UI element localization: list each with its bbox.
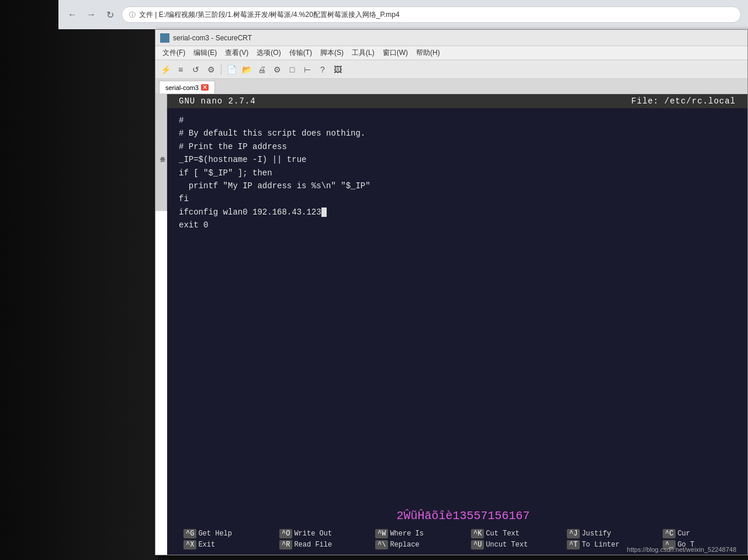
securecrt-tabs: serial-com3 ✕ (155, 79, 747, 94)
toolbar-btn-new[interactable]: 📄 (225, 63, 238, 76)
watermark-bottom: 2ŴũĤāõîè13557156167 (396, 509, 529, 523)
browser-window: ← → ↻ ⓘ 文件 | E:/编程视频/第三阶段/1.树莓派开发/树莓派/4.… (58, 0, 748, 560)
key-cg: ^G (183, 529, 196, 538)
tab-label: serial-com3 (165, 84, 199, 91)
nano-title: GNU nano 2.7.4 (179, 96, 256, 106)
key-cu: ^U (471, 540, 484, 549)
toolbar-btn-4[interactable]: ⚙ (205, 63, 217, 76)
left-sidebar: 折叠 (155, 94, 167, 211)
cmd-cur: ^C Cur (663, 529, 747, 538)
line-8: fi (179, 192, 736, 205)
label-to-linter: To Linter (581, 541, 619, 549)
menu-window[interactable]: 窗口(W) (379, 47, 411, 59)
line-1: # (179, 114, 736, 127)
menu-help[interactable]: 帮助(H) (413, 47, 444, 59)
label-read-file: Read File (294, 541, 332, 549)
label-replace: Replace (390, 541, 419, 549)
menu-file[interactable]: 文件(F) (159, 47, 189, 59)
line-7: printf "My IP address is %s\n" "$_IP" (179, 179, 736, 192)
cursor (321, 208, 327, 217)
cmd-cut-text: ^K Cut Text (471, 529, 565, 538)
toolbar-btn-open[interactable]: 📂 (240, 63, 253, 76)
menu-edit[interactable]: 编辑(E) (190, 47, 220, 59)
key-backslash: ^\ (375, 540, 388, 549)
securecrt-window: serial-com3 - SecureCRT 文件(F) 编辑(E) 查看(V… (155, 29, 748, 555)
menu-options[interactable]: 选项(O) (253, 47, 284, 59)
address-bar[interactable]: ⓘ 文件 | E:/编程视频/第三阶段/1.树莓派开发/树莓派/4.%20配置树… (122, 6, 741, 23)
key-cc: ^C (663, 529, 676, 538)
cmd-read-file: ^R Read File (279, 540, 373, 549)
cmd-where-is: ^W Where Is (375, 529, 469, 538)
key-cw: ^W (375, 529, 388, 538)
key-cx: ^X (183, 540, 196, 549)
toolbar-btn-help[interactable]: ? (316, 63, 329, 76)
line-9: ifconfig wlan0 192.168.43.123 (179, 206, 736, 219)
toolbar-btn-3[interactable]: ↺ (189, 63, 202, 76)
line-6: if [ "$_IP" ]; then (179, 167, 736, 179)
forward-button[interactable]: → (84, 8, 98, 22)
menu-script[interactable]: 脚本(S) (317, 47, 347, 59)
cmd-write-out: ^O Write Out (279, 529, 373, 538)
refresh-button[interactable]: ↻ (103, 8, 117, 22)
label-justify: Justify (581, 530, 611, 538)
toolbar-btn-extra[interactable]: 🖼 (331, 63, 344, 76)
nano-file: File: /etc/rc.local (631, 96, 736, 106)
key-cj: ^J (567, 529, 580, 538)
cmd-replace: ^\ Replace (375, 540, 469, 549)
nano-footer-row-1: ^G Get Help ^O Write Out ^W Where Is ^K … (179, 529, 747, 538)
line-10: exit 0 (179, 219, 736, 231)
toolbar-btn-settings[interactable]: ⚙ (271, 63, 283, 76)
key-cr: ^R (279, 540, 292, 549)
toolbar-btn-1[interactable]: ⚡ (159, 63, 172, 76)
cmd-get-help: ^G Get Help (183, 529, 277, 538)
securecrt-title: serial-com3 - SecureCRT (173, 34, 252, 42)
cmd-justify: ^J Justify (567, 529, 660, 538)
toolbar-separator (221, 64, 221, 75)
line-5: _IP=$(hostname -I) || true (179, 153, 736, 166)
nano-header: GNU nano 2.7.4 File: /etc/rc.local (167, 94, 747, 108)
info-icon: ⓘ (129, 11, 136, 19)
label-get-help: Get Help (198, 530, 232, 538)
toolbar-btn-print[interactable]: 🖨 (255, 63, 268, 76)
tab-close-button[interactable]: ✕ (201, 84, 209, 91)
line-2: # By default this script does nothing. (179, 127, 736, 140)
label-cur: Cur (677, 530, 690, 538)
securecrt-titlebar: serial-com3 - SecureCRT (155, 30, 747, 46)
tab-serial-com3[interactable]: serial-com3 ✕ (159, 81, 215, 94)
csdn-url: https://blog.csdn.net/weixin_52248748 (627, 546, 736, 553)
toolbar-btn-screen[interactable]: □ (286, 63, 299, 76)
label-uncut-text: Uncut Text (486, 541, 528, 549)
cmd-uncut-text: ^U Uncut Text (471, 540, 565, 549)
back-button[interactable]: ← (65, 8, 79, 22)
terminal-area[interactable]: GNU nano 2.7.4 File: /etc/rc.local # # B… (167, 94, 747, 555)
toolbar-btn-2[interactable]: ≡ (174, 63, 187, 76)
securecrt-menubar: 文件(F) 编辑(E) 查看(V) 选项(O) 传输(T) 脚本(S) 工具(L… (155, 46, 747, 60)
menu-transfer[interactable]: 传输(T) (286, 47, 316, 59)
label-where-is: Where Is (390, 530, 424, 538)
menu-view[interactable]: 查看(V) (221, 47, 252, 59)
key-co: ^O (279, 529, 292, 538)
securecrt-toolbar: ⚡ ≡ ↺ ⚙ 📄 📂 🖨 ⚙ □ ⊢ ? 🖼 (155, 60, 747, 79)
key-ck: ^K (471, 529, 484, 538)
toolbar-btn-mark[interactable]: ⊢ (301, 63, 314, 76)
cmd-exit: ^X Exit (183, 540, 277, 549)
label-exit: Exit (198, 541, 215, 549)
address-text: 文件 | E:/编程视频/第三阶段/1.树莓派开发/树莓派/4.%20配置树莓派… (139, 10, 400, 20)
line-4: # Print the IP address (179, 140, 736, 153)
terminal-content[interactable]: # # By default this script does nothing.… (167, 108, 747, 238)
securecrt-app-icon (160, 33, 169, 43)
label-write-out: Write Out (294, 530, 332, 538)
key-ct: ^T (567, 540, 580, 549)
menu-tools[interactable]: 工具(L) (348, 47, 378, 59)
label-cut-text: Cut Text (486, 530, 520, 538)
browser-chrome: ← → ↻ ⓘ 文件 | E:/编程视频/第三阶段/1.树莓派开发/树莓派/4.… (58, 0, 748, 29)
